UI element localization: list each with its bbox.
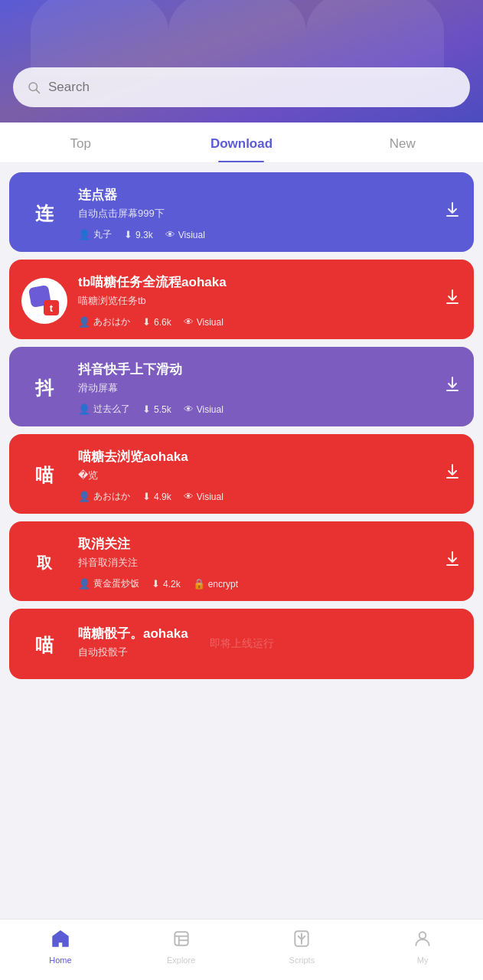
card-meta: 👤 あおはか ⬇ 4.9k 👁 Visiual [78, 490, 462, 503]
platform-meta: 👁 Visiual [184, 491, 224, 502]
card-meta: 👤 过去么了 ⬇ 5.5k 👁 Visiual [78, 403, 462, 416]
download-meta: ⬇ 6.6k [142, 316, 171, 328]
avatar: t [21, 278, 67, 324]
my-icon [413, 929, 432, 953]
explore-icon [171, 929, 191, 953]
card-title: 喵糖骰子。aohaka [78, 625, 462, 642]
search-bar[interactable] [13, 67, 470, 107]
user-icon: 👤 [78, 578, 90, 590]
nav-label-my: My [417, 956, 429, 965]
download-count-icon: ⬇ [142, 403, 151, 415]
header-shape-2 [168, 0, 306, 77]
card-title: 喵糖去浏览aohaka [78, 448, 462, 466]
list-item[interactable]: 连 连点器 自动点击屏幕999下 👤 丸子 ⬇ 9.3k 👁 Visiual [9, 172, 474, 252]
author-meta: 👤 丸子 [78, 228, 112, 241]
search-icon [27, 80, 41, 94]
lock-icon: 🔒 [193, 578, 205, 590]
platform-meta: 👁 Visiual [184, 316, 224, 328]
search-input[interactable] [48, 80, 456, 95]
download-count-icon: ⬇ [142, 316, 151, 328]
card-subtitle: 自动投骰子 [78, 645, 462, 659]
header [0, 0, 483, 122]
card-content: 连点器 自动点击屏幕999下 👤 丸子 ⬇ 9.3k 👁 Visiual [78, 186, 462, 241]
eye-icon: 👁 [165, 229, 175, 240]
card-content: 抖音快手上下滑动 滑动屏幕 👤 过去么了 ⬇ 5.5k 👁 Visiual [78, 361, 462, 416]
nav-item-scripts[interactable]: Scripts [279, 929, 325, 965]
download-button[interactable] [443, 288, 462, 311]
card-subtitle: �览 [78, 469, 462, 482]
scripts-icon [292, 929, 312, 953]
card-title: 连点器 [78, 186, 462, 204]
download-meta: ⬇ 4.2k [152, 578, 181, 590]
svg-line-1 [36, 90, 39, 93]
download-button[interactable] [443, 550, 462, 573]
list-item[interactable]: 喵 喵糖骰子。aohaka 自动投骰子 即将上线运行 [9, 609, 474, 679]
card-meta: 👤 あおはか ⬇ 6.6k 👁 Visiual [78, 315, 462, 328]
nav-item-home[interactable]: Home [38, 929, 83, 965]
home-icon [51, 929, 70, 953]
bottom-nav: Home Explore Scripts [0, 919, 483, 980]
tab-bar: Top Download New [0, 122, 483, 163]
avatar: 连 [21, 191, 67, 237]
card-title: tb喵糖任务全流程aohaka [78, 273, 462, 291]
tab-download[interactable]: Download [161, 122, 321, 162]
card-meta: 👤 黄金蛋炒饭 ⬇ 4.2k 🔒 encrypt [78, 577, 462, 590]
author-meta: 👤 黄金蛋炒饭 [78, 577, 139, 590]
card-subtitle: 自动点击屏幕999下 [78, 207, 462, 220]
avatar: 抖 [21, 365, 67, 411]
card-title: 取消关注 [78, 535, 462, 553]
list-item[interactable]: t tb喵糖任务全流程aohaka 喵糖浏览任务tb 👤 あおはか ⬇ 6.6k… [9, 260, 474, 339]
download-button[interactable] [443, 375, 462, 398]
user-icon: 👤 [78, 403, 90, 415]
svg-point-8 [419, 932, 426, 939]
scripts-list: 连 连点器 自动点击屏幕999下 👤 丸子 ⬇ 9.3k 👁 Visiual [0, 163, 483, 688]
user-icon: 👤 [78, 491, 90, 502]
download-meta: ⬇ 4.9k [142, 491, 171, 502]
card-content: tb喵糖任务全流程aohaka 喵糖浏览任务tb 👤 あおはか ⬇ 6.6k 👁… [78, 273, 462, 328]
header-shape-3 [306, 0, 444, 77]
header-shape-1 [31, 0, 168, 77]
download-count-icon: ⬇ [142, 491, 151, 502]
download-button[interactable] [443, 462, 462, 485]
nav-label-explore: Explore [167, 956, 195, 965]
eye-icon: 👁 [184, 316, 194, 328]
card-content: 喵糖骰子。aohaka 自动投骰子 [78, 625, 462, 667]
eye-icon: 👁 [184, 491, 194, 502]
download-count-icon: ⬇ [124, 229, 132, 240]
nav-item-explore[interactable]: Explore [158, 929, 204, 965]
tab-new[interactable]: New [322, 122, 483, 162]
list-item[interactable]: 取 取消关注 抖音取消关注 👤 黄金蛋炒饭 ⬇ 4.2k 🔒 encrypt [9, 521, 474, 601]
nav-item-my[interactable]: My [400, 929, 445, 965]
download-meta: ⬇ 9.3k [124, 229, 153, 240]
nav-label-home: Home [49, 956, 71, 965]
platform-meta: 👁 Visiual [165, 229, 205, 240]
card-title: 抖音快手上下滑动 [78, 361, 462, 378]
tab-top[interactable]: Top [0, 122, 161, 162]
author-meta: 👤 あおはか [78, 315, 130, 328]
encrypt-meta: 🔒 encrypt [193, 578, 238, 590]
download-button[interactable] [443, 201, 462, 224]
card-meta: 👤 丸子 ⬇ 9.3k 👁 Visiual [78, 228, 462, 241]
user-icon: 👤 [78, 229, 90, 240]
list-item[interactable]: 抖 抖音快手上下滑动 滑动屏幕 👤 过去么了 ⬇ 5.5k 👁 Visiual [9, 347, 474, 426]
card-subtitle: 喵糖浏览任务tb [78, 294, 462, 308]
card-content: 喵糖去浏览aohaka �览 👤 あおはか ⬇ 4.9k 👁 Visiual [78, 448, 462, 503]
card-subtitle: 滑动屏幕 [78, 381, 462, 395]
nav-label-scripts: Scripts [289, 956, 315, 965]
author-meta: 👤 あおはか [78, 490, 130, 503]
avatar: 取 [21, 540, 67, 586]
platform-meta: 👁 Visiual [184, 403, 224, 415]
download-meta: ⬇ 5.5k [142, 403, 171, 415]
user-icon: 👤 [78, 316, 90, 328]
svg-rect-2 [175, 932, 188, 945]
card-subtitle: 抖音取消关注 [78, 556, 462, 570]
card-content: 取消关注 抖音取消关注 👤 黄金蛋炒饭 ⬇ 4.2k 🔒 encrypt [78, 535, 462, 590]
eye-icon: 👁 [184, 403, 194, 415]
author-meta: 👤 过去么了 [78, 403, 130, 416]
avatar: 喵 [21, 452, 67, 498]
avatar: 喵 [21, 622, 67, 668]
list-item[interactable]: 喵 喵糖去浏览aohaka �览 👤 あおはか ⬇ 4.9k 👁 Visiual [9, 434, 474, 514]
download-count-icon: ⬇ [152, 578, 160, 590]
tb-t-icon: t [44, 300, 59, 315]
